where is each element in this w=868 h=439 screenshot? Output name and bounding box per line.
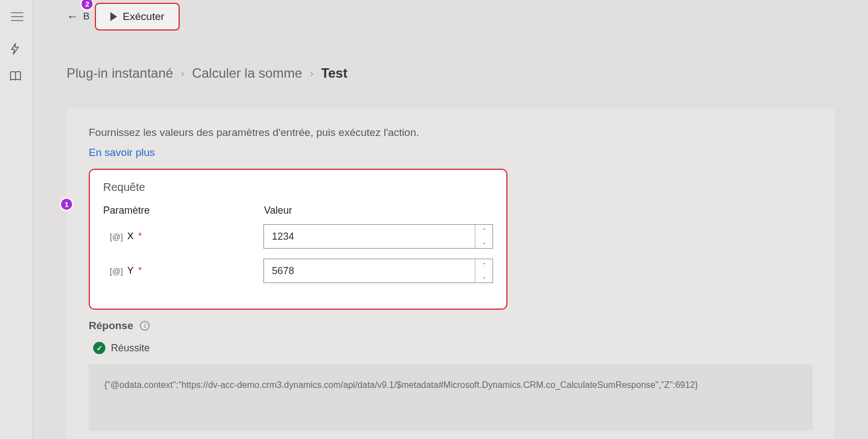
execute-label: Exécuter xyxy=(123,11,164,23)
breadcrumb-item[interactable]: Plug-in instantané xyxy=(67,65,173,81)
param-x-input[interactable] xyxy=(263,224,493,249)
book-icon[interactable] xyxy=(10,71,21,84)
test-panel: Fournissez les valeurs des paramètres d'… xyxy=(67,109,835,439)
response-body: {"@odata.context":"https://dv-acc-demo.c… xyxy=(89,364,813,431)
check-circle-icon: ✓ xyxy=(93,342,105,354)
spinner-down-icon[interactable]: ⌄ xyxy=(475,236,493,248)
annotation-badge-1: 1 xyxy=(60,198,73,211)
response-section: Réponse i ✓ Réussite {"@odata.context":"… xyxy=(89,320,813,431)
main-content: Plug-in instantané › Calculer la somme ›… xyxy=(33,33,868,439)
param-label: [@] Y * xyxy=(103,265,263,276)
info-icon[interactable]: i xyxy=(140,321,150,331)
chevron-right-icon: › xyxy=(181,68,184,79)
spinner-up-icon[interactable]: ⌃ xyxy=(475,259,493,271)
annotation-badge-2: 2 xyxy=(80,0,94,11)
number-spinner[interactable]: ⌃ ⌄ xyxy=(475,225,493,248)
top-toolbar: ← B 2 Exécuter xyxy=(33,0,868,33)
param-input-wrapper: ⌃ ⌄ xyxy=(263,259,493,283)
param-header-row: Paramètre Valeur xyxy=(103,205,493,216)
learn-more-link[interactable]: En savoir plus xyxy=(89,147,155,159)
response-title-row: Réponse i xyxy=(89,320,813,332)
chevron-right-icon: › xyxy=(310,68,313,79)
execute-button[interactable]: 2 Exécuter xyxy=(95,3,180,31)
spinner-down-icon[interactable]: ⌄ xyxy=(475,271,493,282)
number-spinner[interactable]: ⌃ ⌄ xyxy=(475,259,493,282)
param-row-y: [@] Y * ⌃ ⌄ xyxy=(103,259,493,283)
back-arrow-icon: ← xyxy=(67,9,79,24)
spinner-up-icon[interactable]: ⌃ xyxy=(475,225,493,236)
instruction-text: Fournissez les valeurs des paramètres d'… xyxy=(89,127,813,139)
back-label: B xyxy=(83,11,89,22)
param-name: Y xyxy=(128,265,134,276)
param-label: [@] X * xyxy=(103,231,263,242)
breadcrumb-item[interactable]: Calculer la somme xyxy=(192,65,302,81)
request-section: Requête Paramètre Valeur [@] X * ⌃ ⌄ xyxy=(89,169,507,310)
breadcrumb-current: Test xyxy=(321,65,348,81)
bolt-icon[interactable] xyxy=(10,43,20,57)
required-asterisk: * xyxy=(138,265,142,276)
param-input-wrapper: ⌃ ⌄ xyxy=(263,224,493,249)
request-title: Requête xyxy=(103,181,493,194)
required-asterisk: * xyxy=(138,231,142,242)
response-title: Réponse xyxy=(89,320,133,332)
param-y-input[interactable] xyxy=(263,259,493,283)
param-row-x: [@] X * ⌃ ⌄ xyxy=(103,224,493,249)
breadcrumb: Plug-in instantané › Calculer la somme ›… xyxy=(67,65,835,81)
success-status: ✓ Réussite xyxy=(89,342,813,354)
left-nav-rail xyxy=(0,0,33,439)
at-icon: [@] xyxy=(110,232,123,241)
param-header-name: Paramètre xyxy=(103,205,264,216)
play-icon xyxy=(110,12,117,21)
at-icon: [@] xyxy=(110,266,123,276)
param-header-value: Valeur xyxy=(264,205,292,216)
success-label: Réussite xyxy=(111,342,150,354)
back-button[interactable]: ← B xyxy=(67,9,89,24)
param-name: X xyxy=(128,231,134,242)
hamburger-icon[interactable] xyxy=(11,12,23,21)
